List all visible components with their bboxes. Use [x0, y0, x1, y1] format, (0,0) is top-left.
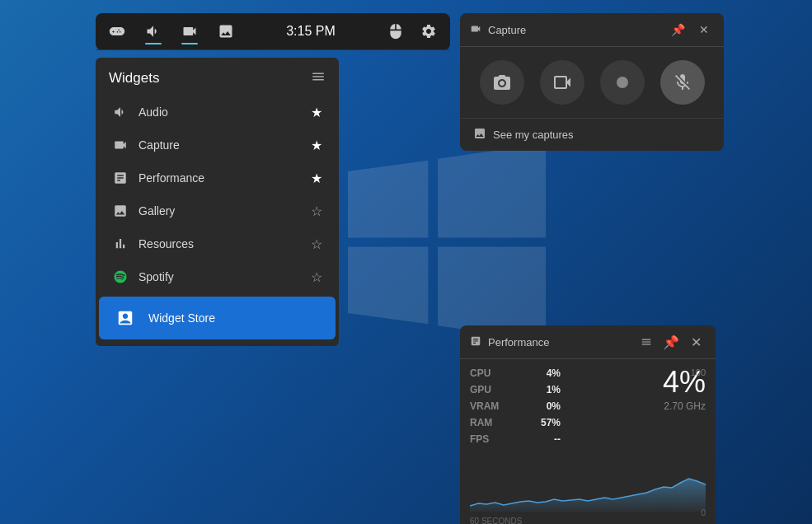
mic-button[interactable] — [660, 60, 705, 105]
vram-label: VRAM — [470, 400, 499, 412]
perf-stats: CPU 4% GPU 1% VRAM 0% RAM 57% FPS -- — [470, 367, 561, 450]
spotify-item-label: Spotify — [138, 270, 174, 283]
audio-icon[interactable] — [142, 20, 165, 43]
resources-star[interactable]: ☆ — [311, 236, 322, 252]
gamebar-time: 3:15 PM — [237, 24, 384, 39]
capture-item-label: Capture — [138, 138, 180, 152]
fps-stat-row: FPS -- — [470, 433, 561, 445]
resources-item-label: Resources — [138, 237, 194, 250]
audio-star[interactable]: ★ — [311, 105, 322, 120]
gamebar-icons — [106, 20, 237, 43]
performance-item-label: Performance — [138, 171, 204, 185]
see-captures-icon — [473, 127, 486, 143]
gpu-label: GPU — [470, 384, 491, 395]
widgets-settings-icon[interactable] — [311, 69, 326, 87]
perf-chart-area: 60 SECONDS 0 — [460, 458, 716, 524]
perf-settings-button[interactable] — [636, 332, 656, 352]
performance-popup-title: Performance — [488, 336, 549, 349]
widget-item-audio[interactable]: Audio ★ — [99, 96, 336, 129]
spotify-item-icon — [112, 269, 129, 285]
screenshot-button[interactable] — [480, 60, 524, 105]
audio-item-label: Audio — [138, 105, 168, 119]
perf-min-label: 0 — [701, 508, 706, 517]
cpu-label: CPU — [470, 367, 490, 379]
widget-item-resources[interactable]: Resources ☆ — [99, 227, 336, 260]
performance-popup-controls: 📌 ✕ — [636, 332, 706, 352]
widget-item-capture[interactable]: Capture ★ — [99, 129, 336, 161]
ram-label: RAM — [470, 417, 492, 428]
capture-star[interactable]: ★ — [311, 138, 322, 153]
capture-item-icon — [112, 137, 129, 153]
performance-item-icon — [112, 170, 129, 186]
widget-store-item[interactable]: Widget Store — [99, 297, 336, 339]
no-camera-button[interactable] — [540, 60, 584, 105]
gallery-star[interactable]: ☆ — [311, 204, 322, 219]
perf-big-stat: 100 4% 2.70 GHz — [561, 367, 706, 450]
perf-body: CPU 4% GPU 1% VRAM 0% RAM 57% FPS -- 100… — [460, 359, 716, 458]
see-captures-label: See my captures — [493, 129, 574, 141]
widget-item-spotify[interactable]: Spotify ☆ — [99, 260, 336, 293]
widget-store-icon — [112, 305, 138, 331]
widget-item-performance[interactable]: Performance ★ — [99, 161, 336, 194]
cpu-value: 4% — [547, 367, 561, 379]
gamebar: 3:15 PM — [96, 13, 450, 50]
widget-store-label: Widget Store — [148, 311, 215, 325]
perf-chart-labels: 60 SECONDS — [470, 517, 706, 524]
capture-popup-controls: 📌 ✕ — [668, 20, 714, 40]
resources-item-icon — [112, 236, 129, 252]
widget-item-gallery[interactable]: Gallery ☆ — [99, 194, 336, 227]
capture-pin-button[interactable]: 📌 — [668, 20, 688, 40]
fps-value: -- — [554, 433, 561, 445]
gamebar-right — [384, 20, 440, 43]
spotify-star[interactable]: ☆ — [311, 269, 322, 285]
gamebar-header: 3:15 PM — [96, 13, 450, 50]
perf-max-label: 100 — [691, 367, 706, 377]
widgets-header: Widgets — [96, 58, 339, 96]
ram-stat-row: RAM 57% — [470, 417, 561, 428]
perf-chart — [470, 458, 706, 512]
gallery-item-label: Gallery — [138, 204, 175, 218]
capture-popup: Capture 📌 ✕ See my captures — [460, 13, 724, 151]
capture-title-icon — [470, 23, 481, 37]
performance-popup-header: Performance 📌 ✕ — [460, 325, 716, 359]
perf-ghz-label: 2.70 GHz — [664, 400, 706, 412]
controller-icon[interactable] — [106, 20, 129, 43]
vram-stat-row: VRAM 0% — [470, 400, 561, 412]
see-captures-button[interactable]: See my captures — [460, 118, 724, 151]
performance-star[interactable]: ★ — [311, 171, 322, 186]
perf-pin-button[interactable]: 📌 — [661, 332, 681, 352]
mouse-icon[interactable] — [384, 20, 407, 43]
record-button[interactable] — [600, 60, 645, 105]
capture-popup-header: Capture 📌 ✕ — [460, 13, 724, 47]
gallery-item-icon — [112, 203, 129, 219]
audio-item-icon — [112, 104, 129, 120]
gpu-stat-row: GPU 1% — [470, 384, 561, 395]
capture-close-button[interactable]: ✕ — [694, 20, 714, 40]
gallery-icon[interactable] — [214, 20, 237, 43]
performance-popup: Performance 📌 ✕ CPU 4% GPU 1% VRAM 0% — [460, 325, 716, 524]
widgets-title: Widgets — [109, 70, 159, 87]
capture-popup-title: Capture — [488, 24, 526, 36]
windows-logo — [348, 143, 546, 341]
perf-time-label: 60 SECONDS — [470, 517, 522, 524]
widgets-panel: Widgets Audio ★ Capture ★ Perform — [96, 58, 339, 346]
fps-label: FPS — [470, 433, 489, 445]
perf-title-icon — [470, 335, 481, 349]
capture-buttons — [460, 47, 724, 118]
cpu-stat-row: CPU 4% — [470, 367, 561, 379]
ram-value: 57% — [541, 417, 561, 428]
perf-close-button[interactable]: ✕ — [686, 332, 706, 352]
capture-icon[interactable] — [178, 20, 201, 43]
gpu-value: 1% — [547, 384, 561, 395]
record-dot — [617, 77, 628, 88]
vram-value: 0% — [547, 400, 561, 412]
settings-icon[interactable] — [417, 20, 440, 43]
